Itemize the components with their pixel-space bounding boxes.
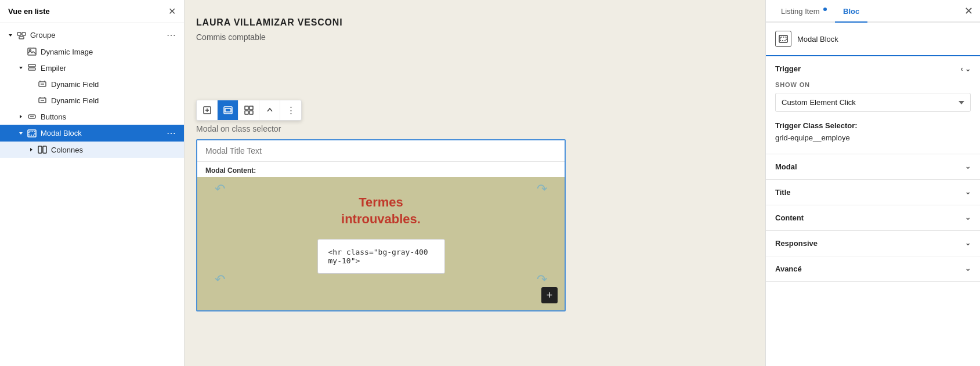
modal-title-input[interactable] [197, 140, 565, 162]
swirl-br: ↷ [537, 272, 547, 287]
content-chevron-icon: ⌄ [965, 213, 971, 222]
employee-title: Commis comptable [196, 32, 754, 42]
responsive-section: Responsive ⌄ [766, 231, 980, 256]
canvas-content: LAURA VILLAMIZAR VESCONI Commis comptabl… [185, 0, 765, 63]
svg-rect-21 [225, 108, 231, 112]
main-canvas: LAURA VILLAMIZAR VESCONI Commis comptabl… [185, 0, 765, 366]
svg-rect-2 [19, 37, 24, 39]
trigger-section-content: SHOW ON Custom Element Click Button Clic… [766, 81, 980, 154]
trigger-section: Trigger ‹ ⌄ SHOW ON Custom Element Click… [766, 56, 980, 154]
toolbar-btn-up[interactable] [259, 100, 280, 120]
expand-arrow-empiler [16, 63, 26, 73]
swirl-tr: ↷ [537, 182, 547, 197]
svg-rect-1 [22, 32, 26, 35]
title-chevron-icon: ⌄ [965, 188, 971, 196]
responsive-chevron-icon: ⌄ [965, 239, 971, 247]
hr-code-block: <hr class="bg-gray-400 my-10"> [317, 239, 445, 274]
tree-item-groupe[interactable]: Groupe ⋯ [0, 27, 184, 44]
groupe-dots-button[interactable]: ⋯ [164, 30, 178, 41]
modal-content-body: ↶ ↷ Termes introuvables. <hr class="bg-g… [197, 177, 565, 310]
modal-block-dots-button[interactable]: ⋯ [164, 128, 178, 139]
expand-arrow-modal-block [16, 129, 26, 138]
toolbar-btn-grid[interactable] [238, 100, 259, 120]
avance-section: Avancé ⌄ [766, 256, 980, 282]
show-on-select[interactable]: Custom Element Click Button Click Page L… [775, 93, 971, 112]
modal-on-class-selector-label: Modal on class selector [196, 124, 281, 133]
svg-rect-14 [29, 132, 35, 135]
tree-label-dynamic-image: Dynamic Image [41, 48, 93, 56]
stack-icon [27, 63, 37, 73]
svg-rect-22 [245, 106, 248, 110]
dynamic-field-1-icon [37, 79, 48, 89]
right-panel-close-button[interactable]: ✕ [964, 5, 973, 17]
tree-label-empiler: Empiler [41, 64, 66, 73]
svg-rect-16 [43, 146, 46, 153]
tree-item-dynamic-image[interactable]: › Dynamic Image [0, 44, 184, 60]
expand-arrow-groupe [6, 31, 15, 40]
tree-label-modal-block: Modal Block [41, 129, 82, 137]
trigger-class-value: grid-equipe__employe [775, 133, 850, 142]
dynamic-field-2-icon [37, 95, 48, 106]
show-on-label: SHOW ON [775, 81, 971, 88]
title-section-header[interactable]: Title ⌄ [766, 180, 980, 205]
svg-rect-5 [28, 64, 35, 67]
tree-item-dynamic-field-1[interactable]: › Dynamic Field [0, 76, 184, 92]
columns-icon [37, 144, 48, 155]
svg-rect-0 [17, 32, 21, 35]
svg-rect-15 [38, 146, 42, 153]
right-panel-modal-block-label: Modal Block [797, 35, 838, 44]
tree-container: Groupe ⋯ › Dynamic Image [0, 23, 184, 366]
svg-rect-25 [249, 111, 253, 114]
swirl-tl: ↶ [215, 182, 225, 197]
svg-rect-27 [780, 37, 786, 41]
tab-bloc[interactable]: Bloc [835, 0, 867, 23]
tree-label-groupe: Groupe [30, 31, 55, 39]
tab-dot-listing-item [823, 8, 827, 11]
tab-listing-item[interactable]: Listing Item [773, 0, 835, 23]
avance-chevron-icon: ⌄ [965, 264, 971, 273]
modal-block-area: Modal Content: ↶ ↷ Termes introuvables. … [196, 139, 566, 311]
tree-item-modal-block[interactable]: Modal Block ⋯ [0, 125, 184, 142]
left-panel-title: Vue en liste [8, 7, 50, 16]
floating-toolbar: ⋮ [196, 100, 302, 121]
modal-section: Modal ⌄ [766, 154, 980, 180]
toolbar-btn-modal[interactable] [218, 100, 238, 120]
responsive-section-header[interactable]: Responsive ⌄ [766, 231, 980, 256]
svg-rect-6 [28, 68, 35, 70]
modal-content-label: Modal Content: [197, 162, 565, 177]
tree-label-colonnes: Colonnes [51, 146, 83, 154]
modal-block-tree-icon [27, 128, 37, 139]
trigger-section-header[interactable]: Trigger ‹ ⌄ [766, 56, 980, 81]
swirl-bl: ↶ [215, 272, 225, 287]
tree-item-dynamic-field-2[interactable]: › Dynamic Field [0, 92, 184, 108]
modal-chevron-icon: ⌄ [965, 162, 971, 171]
tree-item-buttons[interactable]: Buttons [0, 108, 184, 125]
expand-arrow-buttons [16, 112, 26, 121]
modal-section-header[interactable]: Modal ⌄ [766, 154, 980, 179]
svg-rect-23 [249, 106, 253, 110]
toolbar-btn-more[interactable]: ⋮ [280, 100, 301, 120]
tree-label-df1: Dynamic Field [51, 80, 99, 89]
buttons-icon [27, 111, 37, 122]
trigger-class-info: Trigger Class Selector: grid-equipe__emp… [775, 120, 971, 144]
right-panel-modal-block-header: Modal Block [766, 23, 980, 56]
expand-arrow-colonnes [27, 145, 36, 154]
right-panel: Listing Item Bloc ✕ Modal Block Trigger … [765, 0, 980, 366]
content-section: Content ⌄ [766, 205, 980, 231]
svg-rect-24 [245, 111, 248, 114]
tree-label-buttons: Buttons [41, 113, 66, 121]
add-content-button[interactable]: + [541, 287, 558, 303]
employee-name: LAURA VILLAMIZAR VESCONI [196, 17, 754, 28]
toolbar-btn-resize[interactable] [197, 100, 218, 120]
terms-not-found: Termes introuvables. [341, 194, 421, 227]
title-section: Title ⌄ [766, 180, 980, 205]
avance-section-header[interactable]: Avancé ⌄ [766, 256, 980, 281]
tree-item-empiler[interactable]: Empiler [0, 60, 184, 76]
modal-block-icon-box [775, 31, 791, 47]
dynamic-image-icon [27, 46, 37, 57]
left-panel-close-button[interactable]: ✕ [168, 6, 176, 17]
content-section-header[interactable]: Content ⌄ [766, 205, 980, 230]
tree-label-df2: Dynamic Field [51, 96, 99, 105]
tree-item-colonnes[interactable]: Colonnes [0, 142, 184, 158]
trigger-chevron-icon: ‹ ⌄ [961, 65, 971, 73]
